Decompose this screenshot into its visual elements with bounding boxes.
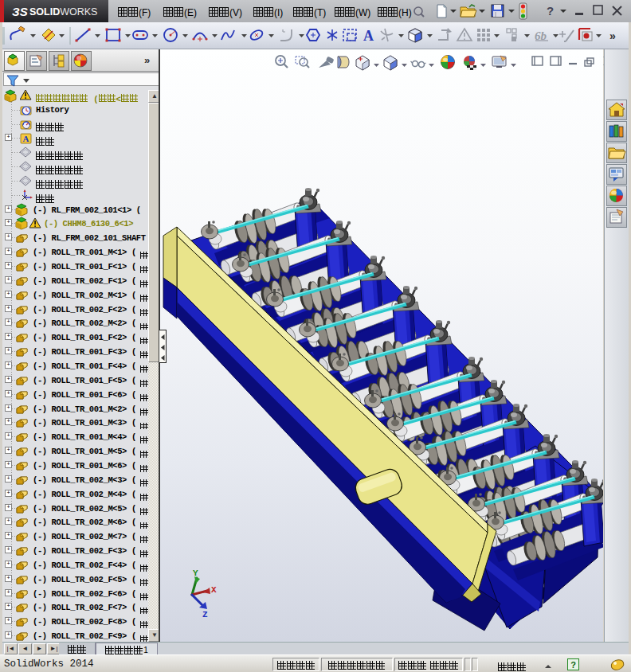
svg-text:A: A: [23, 134, 29, 143]
svg-text:»: »: [609, 29, 616, 42]
svg-text:Z: Z: [202, 610, 208, 619]
svg-text:ЗS: ЗS: [12, 5, 28, 18]
svg-text:Y: Y: [193, 568, 198, 578]
svg-text:X: X: [211, 585, 217, 595]
svg-text:A: A: [363, 28, 374, 44]
svg-text:SOLIDWORKS: SOLIDWORKS: [29, 6, 97, 18]
